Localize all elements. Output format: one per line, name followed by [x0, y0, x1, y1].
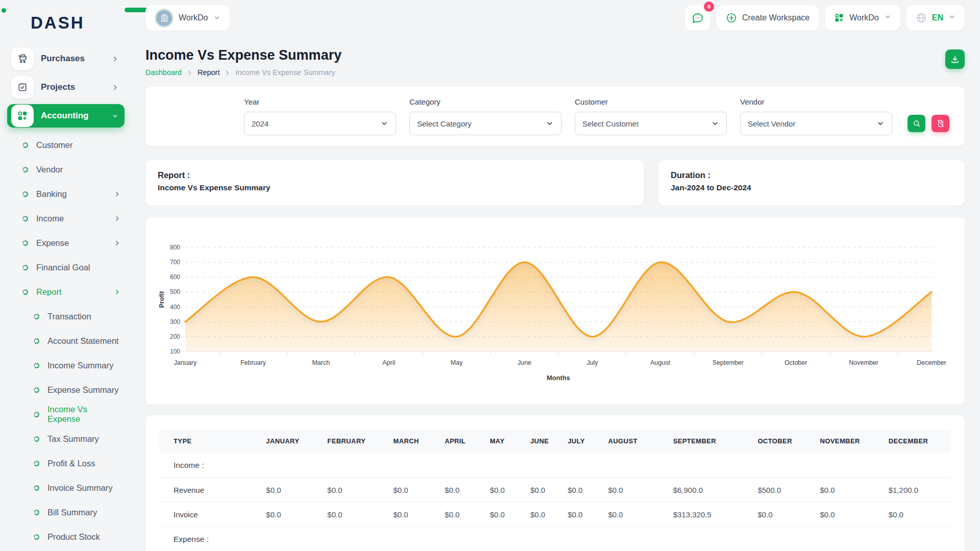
bullet-ring-icon — [22, 240, 28, 246]
row-value: $500.0 — [752, 478, 815, 503]
bullet-ring-icon — [34, 461, 39, 466]
sidebar-subitem-transaction[interactable]: Transaction — [0, 304, 132, 329]
svg-text:200: 200 — [170, 333, 180, 340]
sidebar-item-purchases[interactable]: Purchases — [7, 47, 125, 70]
svg-text:700: 700 — [170, 259, 180, 266]
sidebar-subitem-product-stock[interactable]: Product Stock — [0, 524, 132, 549]
sidebar-subitem-income-vs-expense[interactable]: Income Vs Expense — [0, 402, 132, 427]
messages-badge: 0 — [704, 2, 714, 12]
svg-text:March: March — [312, 359, 330, 366]
create-workspace-label: Create Workspace — [742, 13, 810, 22]
bullet-ring-icon — [34, 363, 39, 368]
row-value: $0.0 — [525, 503, 562, 527]
svg-text:500: 500 — [170, 288, 180, 295]
grid-plus-icon — [834, 13, 844, 23]
sidebar-subitem-tax-summary[interactable]: Tax Summary — [0, 427, 132, 451]
bullet-ring-icon — [34, 314, 39, 319]
column-header-may: MAY — [485, 429, 525, 453]
svg-text:400: 400 — [170, 304, 180, 311]
row-value: $0.0 — [815, 478, 883, 503]
chevron-down-icon — [112, 113, 118, 119]
bullet-ring-icon — [34, 485, 39, 491]
create-workspace-button[interactable]: Create Workspace — [717, 5, 819, 31]
sidebar-item-financial-goal[interactable]: Financial Goal — [0, 255, 132, 280]
row-value: $0.0 — [388, 503, 439, 527]
svg-text:800: 800 — [170, 244, 180, 251]
duration-value: Jan-2024 to Dec-2024 — [671, 183, 952, 192]
svg-text:300: 300 — [170, 318, 180, 325]
chevron-right-icon — [225, 70, 230, 76]
table-section-row: Income : — [159, 453, 951, 478]
column-header-january: JANUARY — [261, 429, 322, 453]
workspace-switcher[interactable]: WorkDo — [145, 5, 230, 31]
chevron-right-icon — [114, 191, 120, 197]
sidebar-subitem-invoice-summary[interactable]: Invoice Summary — [0, 475, 132, 500]
chevron-right-icon — [112, 84, 118, 91]
column-header-november: NOVEMBER — [815, 429, 883, 453]
sidebar-subitem-profit-loss[interactable]: Profit & Loss — [0, 451, 132, 475]
reset-filter-button[interactable] — [932, 115, 949, 132]
sidebar-item-expense[interactable]: Expense — [0, 231, 132, 255]
bullet-ring-icon — [22, 289, 28, 295]
bullet-ring-icon — [22, 216, 28, 221]
column-header-june: JUNE — [525, 429, 562, 453]
workspace-menu[interactable]: WorkDo — [825, 5, 900, 31]
sidebar-subitem-expense-summary[interactable]: Expense Summary — [0, 378, 132, 402]
row-value: $0.0 — [261, 478, 322, 503]
app-logo[interactable]: DASH — [0, 0, 132, 33]
profit-chart-card: 800700600500400300200100JanuaryFebruaryM… — [145, 217, 965, 405]
sidebar-item-customer[interactable]: Customer — [0, 133, 132, 157]
sidebar-subitem-income-summary[interactable]: Income Summary — [0, 353, 132, 378]
sidebar-item-income[interactable]: Income — [0, 206, 132, 231]
svg-text:September: September — [713, 359, 744, 366]
sidebar-item-banking[interactable]: Banking — [0, 182, 132, 206]
sidebar-item-accounting[interactable]: Accounting — [7, 104, 125, 128]
column-header-april: APRIL — [439, 429, 484, 453]
chevron-down-icon — [546, 119, 554, 128]
customer-select[interactable]: Select Customer — [575, 112, 727, 135]
chevron-down-icon — [884, 13, 891, 22]
messages-button[interactable]: 0 — [685, 5, 710, 31]
bullet-ring-icon — [34, 436, 39, 442]
year-select[interactable]: 2024 — [244, 112, 396, 135]
breadcrumb-dashboard[interactable]: Dashboard — [145, 68, 182, 77]
bullet-ring-icon — [22, 167, 28, 172]
bullet-ring-icon — [22, 142, 28, 148]
row-value: $0.0 — [752, 503, 815, 527]
row-value: $0.0 — [562, 503, 603, 527]
svg-text:600: 600 — [170, 273, 180, 281]
sidebar-subitem-account-statement[interactable]: Account Statement — [0, 329, 132, 353]
svg-text:August: August — [650, 359, 670, 366]
row-value: $0.0 — [485, 503, 525, 527]
vendor-label: Vendor — [740, 97, 892, 106]
apply-filter-button[interactable] — [908, 115, 925, 132]
svg-text:July: July — [586, 359, 598, 366]
sidebar-item-vendor[interactable]: Vendor — [0, 157, 132, 182]
row-value: $0.0 — [485, 478, 525, 503]
svg-text:October: October — [785, 359, 807, 366]
column-header-september: SEPTEMBER — [668, 429, 753, 453]
row-type: Revenue — [159, 478, 261, 503]
sidebar-subitem-bill-summary[interactable]: Bill Summary — [0, 500, 132, 524]
breadcrumb-report[interactable]: Report — [198, 68, 220, 77]
category-select[interactable]: Select Category — [409, 112, 561, 135]
language-selector[interactable]: EN — [906, 5, 965, 31]
year-label: Year — [244, 97, 396, 106]
bullet-ring-icon — [34, 338, 39, 344]
sidebar-item-projects[interactable]: Projects — [7, 76, 125, 99]
chevron-right-icon — [187, 70, 192, 76]
download-button[interactable] — [945, 49, 965, 69]
plus-circle-icon — [726, 12, 737, 23]
app-logo-text: DASH — [31, 13, 85, 33]
bullet-ring-icon — [34, 510, 39, 515]
svg-text:Profit: Profit — [158, 291, 165, 308]
breadcrumb: Dashboard Report Income Vs Expense Summa… — [145, 68, 341, 77]
sidebar-subitem-cash-flow[interactable]: Cash Flow — [0, 549, 132, 551]
chevron-down-icon — [380, 119, 388, 128]
row-value: $0.0 — [388, 478, 439, 503]
sidebar-item-report[interactable]: Report — [0, 280, 132, 304]
breadcrumb-current: Income Vs Expense Summary — [235, 68, 335, 77]
cart-icon — [11, 47, 34, 70]
row-value: $0.0 — [603, 503, 668, 527]
vendor-select[interactable]: Select Vendor — [740, 112, 892, 135]
